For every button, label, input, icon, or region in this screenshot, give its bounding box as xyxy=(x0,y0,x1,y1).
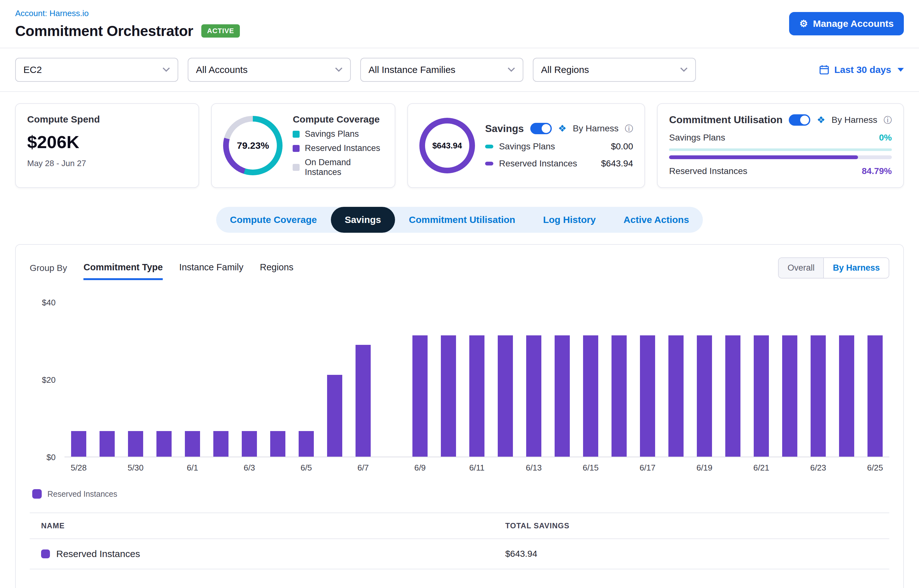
bar-6/11[interactable] xyxy=(469,335,485,457)
x-tick-label xyxy=(434,463,463,473)
bar-slot xyxy=(690,302,719,457)
bar-5/28[interactable] xyxy=(71,431,86,457)
x-tick-label xyxy=(605,463,633,473)
bar-slot xyxy=(178,302,207,457)
bar-6/7[interactable] xyxy=(355,345,371,457)
bar-6/13[interactable] xyxy=(526,335,541,457)
bar-6/6[interactable] xyxy=(327,375,342,457)
x-tick-label: 6/21 xyxy=(747,463,776,473)
y-tick-label: $20 xyxy=(42,375,56,385)
bar-slot xyxy=(264,302,292,457)
account-breadcrumb-link[interactable]: Account: Harness.io xyxy=(15,8,89,18)
bar-slot xyxy=(861,302,889,457)
regions-select[interactable]: All Regions xyxy=(533,58,696,82)
by-harness-label: By Harness xyxy=(573,123,619,134)
bar-6/10[interactable] xyxy=(441,335,456,457)
bar-6/9[interactable] xyxy=(412,335,428,457)
bar-6/19[interactable] xyxy=(697,335,712,457)
accounts-select[interactable]: All Accounts xyxy=(188,58,351,82)
x-tick-label: 6/3 xyxy=(235,463,264,473)
savings-bar-chart: $0$20$40 5/285/306/16/36/56/76/96/116/13… xyxy=(30,302,889,473)
tab-active-actions[interactable]: Active Actions xyxy=(609,207,703,233)
x-tick-label: 6/25 xyxy=(861,463,889,473)
legend-label: Reserved Instances xyxy=(305,143,380,153)
by-harness-toggle[interactable] xyxy=(789,114,810,126)
utilisation-title-row: Commitment Utilisation ❖ By Harness ⓘ xyxy=(669,114,892,126)
x-tick-label xyxy=(207,463,235,473)
title-row: Commitment Orchestrator ACTIVE xyxy=(15,23,240,39)
bar-6/25[interactable] xyxy=(867,335,883,457)
bar-6/2[interactable] xyxy=(213,431,229,457)
chevron-down-icon xyxy=(680,67,688,72)
bar-slot xyxy=(292,302,321,457)
coverage-legend-savings-plans: Savings Plans xyxy=(293,129,383,139)
info-icon[interactable]: ⓘ xyxy=(625,124,633,132)
x-tick-label xyxy=(776,463,804,473)
bar-6/16[interactable] xyxy=(611,335,627,457)
bar-6/14[interactable] xyxy=(554,335,570,457)
savings-title: Savings xyxy=(485,123,524,134)
bar-6/20[interactable] xyxy=(725,335,741,457)
bar-6/18[interactable] xyxy=(668,335,684,457)
tab-compute-coverage[interactable]: Compute Coverage xyxy=(216,207,331,233)
by-harness-toggle[interactable] xyxy=(530,123,552,134)
bar-slot xyxy=(832,302,861,457)
bar-slot xyxy=(349,302,377,457)
bar-slot xyxy=(605,302,633,457)
segment-by-harness[interactable]: By Harness xyxy=(823,258,889,278)
tab-log-history[interactable]: Log History xyxy=(529,207,609,233)
savings-total: $643.94 xyxy=(419,118,475,173)
header-left: Account: Harness.io Commitment Orchestra… xyxy=(15,7,240,39)
summary-cards: Compute Spend $206K May 28 - Jun 27 79.2… xyxy=(0,92,919,199)
x-tick-label: 6/15 xyxy=(577,463,605,473)
purple-legend-chip-icon xyxy=(32,489,42,499)
bar-6/3[interactable] xyxy=(242,431,257,457)
service-select[interactable]: EC2 xyxy=(15,58,178,82)
tab-commitment-utilisation[interactable]: Commitment Utilisation xyxy=(395,207,529,233)
chart-legend-reserved-instances[interactable]: Reserved Instances xyxy=(30,489,117,499)
tab-savings[interactable]: Savings xyxy=(331,207,395,233)
bar-6/22[interactable] xyxy=(782,335,797,457)
x-tick-label: 6/7 xyxy=(349,463,377,473)
info-icon[interactable]: ⓘ xyxy=(883,116,892,124)
bar-6/15[interactable] xyxy=(583,335,598,457)
utilisation-row-reserved-instances: Reserved Instances 84.79% xyxy=(669,166,892,176)
group-by-row: Group By Commitment Type Instance Family… xyxy=(30,257,889,278)
bar-5/30[interactable] xyxy=(128,431,143,457)
bar-slot xyxy=(93,302,122,457)
x-tick-label xyxy=(548,463,577,473)
bar-6/21[interactable] xyxy=(754,335,769,457)
by-harness-label: By Harness xyxy=(831,115,877,125)
bar-slot xyxy=(776,302,804,457)
bar-6/17[interactable] xyxy=(640,335,655,457)
bar-6/1[interactable] xyxy=(185,431,200,457)
segment-overall[interactable]: Overall xyxy=(779,258,823,278)
instance-families-select[interactable]: All Instance Families xyxy=(360,58,524,82)
compute-spend-value: $206K xyxy=(27,132,187,152)
manage-accounts-button[interactable]: ⚙ Manage Accounts xyxy=(789,12,904,36)
bar-6/23[interactable] xyxy=(810,335,826,457)
bar-6/24[interactable] xyxy=(839,335,854,457)
chart-x-labels: 5/285/306/16/36/56/76/96/116/136/156/176… xyxy=(65,463,889,473)
savings-plans-progress-bar xyxy=(669,149,892,151)
bar-5/31[interactable] xyxy=(156,431,172,457)
table-header-row: NAME TOTAL SAVINGS xyxy=(30,513,889,539)
bar-slot xyxy=(434,302,463,457)
x-tick-label xyxy=(321,463,349,473)
compute-spend-period: May 28 - Jun 27 xyxy=(27,158,187,168)
date-range-picker[interactable]: Last 30 days xyxy=(819,65,904,75)
group-tab-regions[interactable]: Regions xyxy=(260,262,293,280)
utilisation-row-label: Reserved Instances xyxy=(669,166,747,176)
bar-6/5[interactable] xyxy=(299,431,314,457)
group-tab-instance-family[interactable]: Instance Family xyxy=(179,262,243,280)
commitment-utilisation-card: Commitment Utilisation ❖ By Harness ⓘ Sa… xyxy=(657,103,904,188)
compute-coverage-card: 79.23% Compute Coverage Savings Plans Re… xyxy=(211,103,395,188)
bar-slot xyxy=(633,302,662,457)
savings-donut-chart: $643.94 xyxy=(419,118,475,173)
group-tab-commitment-type[interactable]: Commitment Type xyxy=(83,262,163,280)
x-tick-label: 6/17 xyxy=(633,463,662,473)
bar-6/4[interactable] xyxy=(270,431,285,457)
bar-5/29[interactable] xyxy=(100,431,115,457)
utilisation-title: Commitment Utilisation xyxy=(669,114,783,126)
bar-6/12[interactable] xyxy=(498,335,513,457)
